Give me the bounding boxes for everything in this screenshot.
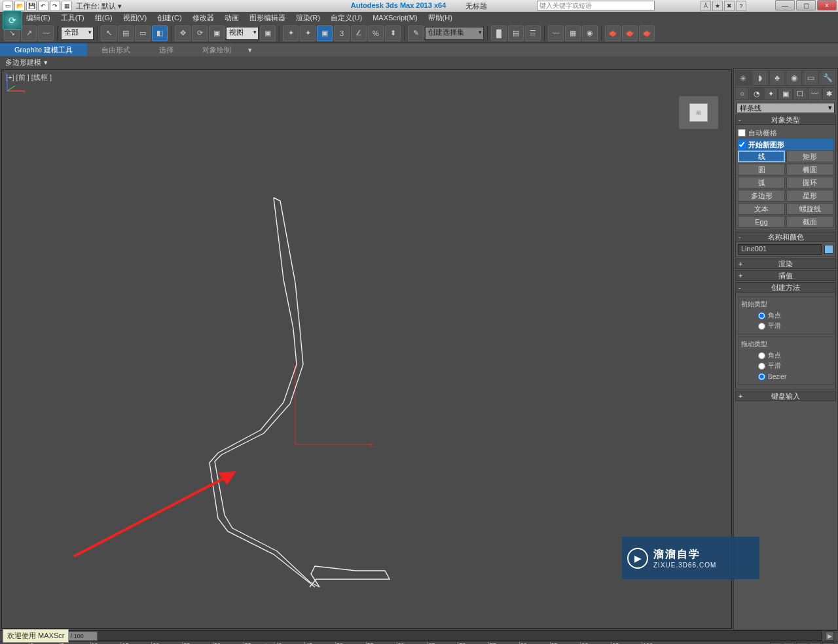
lights-subtab-icon[interactable]: ✦ [764,87,778,100]
shape-donut-button[interactable]: 圆环 [786,177,833,188]
refcoord-combo[interactable]: 视图 [226,27,259,40]
workspace-selector[interactable]: 工作台: 默认 ▾ [76,1,122,11]
menu-custom[interactable]: 自定义(U) [331,13,362,23]
tools-icon[interactable]: ✖ [724,1,735,11]
geometry-subtab-icon[interactable]: ○ [735,87,749,100]
star-icon[interactable]: ★ [712,1,723,11]
menu-group[interactable]: 组(G) [95,13,113,23]
shape-line-button[interactable]: 线 [738,151,785,162]
create-tab-icon[interactable]: ✳ [735,70,752,86]
welcome-popup[interactable]: 欢迎使用 MAXScr [3,629,69,643]
helpers-subtab-icon[interactable]: ☐ [793,87,807,100]
curve-editor-icon[interactable]: 〰 [548,26,564,41]
shapes-subtab-icon[interactable]: ◔ [750,87,763,100]
select-icon[interactable]: ↖ [101,26,117,41]
timeline-ruler[interactable]: ▦ 05101520253035404550556065707580859095… [0,641,838,644]
bind-icon[interactable]: 〰 [38,26,54,41]
select-name-icon[interactable]: ▤ [118,26,134,41]
color-swatch[interactable] [824,245,833,254]
app-menu-icon[interactable]: ⟳ [3,10,22,30]
menu-tools[interactable]: 工具(T) [61,13,84,23]
shape-ngon-button[interactable]: 多边形 [738,190,785,202]
shape-star-button[interactable]: 星形 [786,190,833,202]
selection-filter-combo[interactable]: 全部 [61,27,94,40]
rollout-object-type[interactable]: -对象类型 [735,115,836,125]
layers-icon[interactable]: ☰ [525,26,541,41]
qat-redo-icon[interactable]: ↷ [50,1,60,11]
tab-freeform[interactable]: 自由形式 [87,43,145,56]
move-icon[interactable]: ✥ [175,26,191,41]
menu-edit[interactable]: 编辑(E) [26,13,50,23]
select-manip-icon[interactable]: ✦ [283,26,299,41]
start-new-shape-checkbox[interactable] [738,141,746,149]
menu-modifiers[interactable]: 修改器 [192,13,214,23]
rollout-creation-method[interactable]: -创建方法 [735,282,836,293]
tab-paint[interactable]: 对象绘制 [188,43,246,56]
autogrid-checkbox[interactable] [738,129,746,137]
window-crossing-icon[interactable]: ◧ [152,26,168,41]
category-combo[interactable]: 样条线 [737,103,835,113]
schematic-icon[interactable]: ▦ [565,26,581,41]
spinner-snap-icon[interactable]: ⬍ [385,26,401,41]
menu-help[interactable]: 帮助(H) [428,13,452,23]
snap-3-icon[interactable]: 3 [334,26,350,41]
qat-save-icon[interactable]: 💾 [26,1,37,11]
close-button[interactable]: × [817,0,837,10]
shape-section-button[interactable]: 截面 [786,216,833,228]
drag-smooth-radio[interactable] [758,363,765,370]
maximize-button[interactable]: ▢ [796,0,816,10]
menu-maxscript[interactable]: MAXScript(M) [373,14,417,22]
menu-animation[interactable]: 动画 [225,13,239,23]
menu-create[interactable]: 创建(C) [157,13,181,23]
rollout-interpolation[interactable]: +插值 [735,270,836,281]
keyboard-short-icon[interactable]: ✦ [300,26,316,41]
region-rect-icon[interactable]: ▭ [135,26,151,41]
render-setup-icon[interactable]: 🫖 [605,26,621,41]
drag-bezier-radio[interactable] [758,373,765,380]
time-slider[interactable]: ▦ ◀ 0 / 100 ▶ [0,631,838,641]
snap-toggle-icon[interactable]: ▣ [317,26,333,41]
menu-view[interactable]: 视图(V) [123,13,147,23]
motion-tab-icon[interactable]: ◉ [786,70,802,86]
unlink-icon[interactable]: ↗ [21,26,37,41]
shape-circle-button[interactable]: 圆 [738,164,785,175]
rollout-render[interactable]: +渲染 [735,259,836,269]
help-search-input[interactable]: 键入关键字或短语 [537,1,655,10]
edit-named-icon[interactable]: ✎ [408,26,424,41]
menu-graph[interactable]: 图形编辑器 [249,13,285,23]
utilities-tab-icon[interactable]: 🔧 [820,70,836,86]
shape-arc-button[interactable]: 弧 [738,177,785,188]
render-frame-icon[interactable]: 🫖 [622,26,638,41]
tab-graphite[interactable]: Graphite 建模工具 [0,43,87,56]
systems-subtab-icon[interactable]: ✱ [822,87,836,100]
rotate-icon[interactable]: ⟳ [192,26,208,41]
qat-undo-icon[interactable]: ↶ [38,1,48,11]
angle-snap-icon[interactable]: ∠ [351,26,367,41]
render-prod-icon[interactable]: 🫖 [639,26,655,41]
rollout-keyboard-entry[interactable]: +键盘输入 [735,391,836,401]
mirror-icon[interactable]: ▐▌ [491,26,507,41]
qat-project-icon[interactable]: ▦ [62,1,72,11]
shape-rectangle-button[interactable]: 矩形 [786,151,833,162]
rollout-name-color[interactable]: -名称和颜色 [735,232,836,242]
shape-ellipse-button[interactable]: 椭圆 [786,164,833,175]
drag-corner-radio[interactable] [758,352,765,359]
cameras-subtab-icon[interactable]: ▣ [778,87,792,100]
ribbon-dropdown-icon[interactable]: ▾ [246,46,255,54]
init-smooth-radio[interactable] [758,323,765,330]
shape-helix-button[interactable]: 螺旋线 [786,203,833,215]
menu-render[interactable]: 渲染(R) [296,13,320,23]
align-icon[interactable]: ▤ [508,26,524,41]
scale-icon[interactable]: ▣ [209,26,225,41]
help-icon[interactable]: ? [736,1,746,11]
display-tab-icon[interactable]: ▭ [803,70,819,86]
spacewarps-subtab-icon[interactable]: 〰 [808,87,822,100]
shape-egg-button[interactable]: Egg [738,216,785,228]
pivot-icon[interactable]: ▣ [260,26,276,41]
time-next-icon[interactable]: ▶ [825,632,834,641]
object-name-input[interactable]: Line001 [738,244,822,255]
shape-text-button[interactable]: 文本 [738,203,785,215]
minimize-button[interactable]: — [775,0,795,10]
qat-new-icon[interactable]: ▭ [3,1,13,11]
material-editor-icon[interactable]: ◉ [582,26,598,41]
